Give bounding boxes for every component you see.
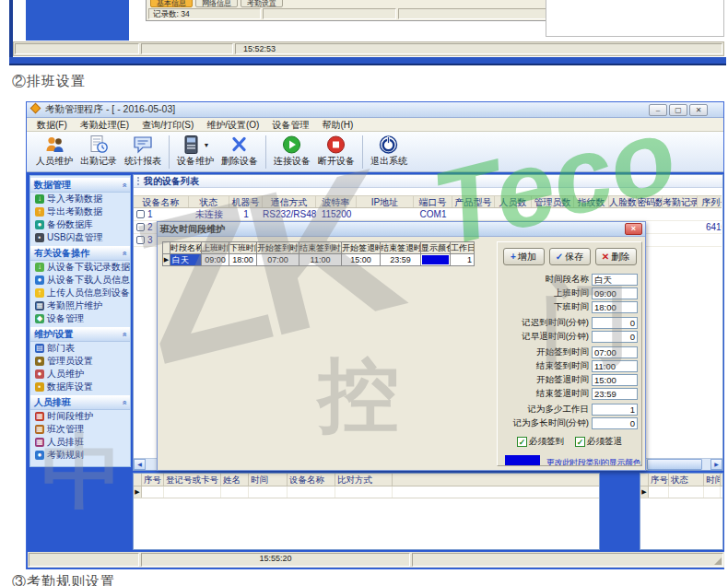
field-input[interactable]: 1 xyxy=(592,404,638,416)
device-column-header: IP地址 xyxy=(357,196,414,207)
field-input[interactable]: 白天 xyxy=(592,274,638,286)
cell xyxy=(249,486,288,498)
device-cell: 1 xyxy=(134,208,189,220)
cell xyxy=(221,486,249,498)
user-maintain-icon: ● xyxy=(35,369,44,379)
maximize-button[interactable]: ▢ xyxy=(669,104,687,116)
sidebar-section-header[interactable]: 维护/设置» xyxy=(30,327,130,342)
cell xyxy=(704,486,721,498)
remnant-tab[interactable]: 基本信息 xyxy=(150,0,193,7)
menu-item[interactable]: 查询/打印(S) xyxy=(135,118,200,131)
form-row: 记为多少工作日1 xyxy=(501,404,638,416)
field-input[interactable]: 09:00 xyxy=(592,287,638,299)
change-color-link[interactable]: 更改此时段类别的显示颜色 xyxy=(546,457,640,466)
device-cell xyxy=(532,208,574,220)
field-label: 时间段名称 xyxy=(546,274,590,286)
page: 基本信息网络信息考勤设置 记录数: 34 15:52:53 ②排班设置 考勤管理… xyxy=(0,0,728,586)
save-button[interactable]: ✓保存 xyxy=(549,248,591,265)
usb-disk-icon: ▪ xyxy=(35,233,44,242)
exit-system-button[interactable]: 退出系统 xyxy=(367,134,411,169)
field-input[interactable]: 11:00 xyxy=(592,360,638,372)
remnant-tab[interactable]: 网络信息 xyxy=(195,0,238,7)
checkbox[interactable]: ✓必须签到 xyxy=(517,436,564,448)
sidebar-item[interactable]: ↓从设备下载记录数据 xyxy=(30,261,130,274)
sidebar-item-label: 考勤照片维护 xyxy=(47,300,102,311)
record-count-label: 记录数: 34 xyxy=(148,8,261,19)
menu-item[interactable]: 帮助(H) xyxy=(315,118,359,131)
sidebar-item[interactable]: ↑上传人员信息到设备 xyxy=(30,287,130,299)
delete-device-button[interactable]: 删除设备 xyxy=(217,134,262,169)
checkbox[interactable]: ✓必须签退 xyxy=(575,436,622,448)
delete-button[interactable]: ✕删除 xyxy=(595,248,637,265)
dropdown-arrow-icon[interactable]: ▼ xyxy=(204,142,210,148)
menu-item[interactable]: 设备管理 xyxy=(265,118,315,131)
sidebar-item[interactable]: ▦考勤照片维护 xyxy=(30,299,130,312)
download-users-icon: ● xyxy=(35,275,44,285)
period-row[interactable]: ▶白天09:0018:0007:0011:0015:0023:591 xyxy=(163,254,475,266)
sidebar-item[interactable]: ▦时间段维护 xyxy=(30,410,130,423)
minimize-button[interactable]: – xyxy=(649,104,667,116)
people-button[interactable]: 人员维护 xyxy=(32,134,76,169)
report-button[interactable]: 统计报表 xyxy=(121,134,165,169)
device-cell xyxy=(663,208,698,220)
dialog-close-icon[interactable]: × xyxy=(625,223,642,235)
menu-item[interactable]: 维护/设置(O) xyxy=(200,118,265,131)
device-column-header: 波特率 xyxy=(316,196,357,207)
sidebar-section-header[interactable]: 有关设备操作» xyxy=(30,246,130,261)
close-button[interactable]: ✕ xyxy=(689,104,708,116)
clock: 15:55:20 xyxy=(141,553,410,567)
field-input[interactable]: 0 xyxy=(592,417,638,429)
device-maintain-button[interactable]: ▼设备维护 xyxy=(173,134,217,169)
resize-grip[interactable] xyxy=(714,557,722,565)
scrollbar-thumb[interactable] xyxy=(647,459,702,470)
sidebar-item-label: 从设备下载记录数据 xyxy=(47,262,130,273)
scroll-left-icon[interactable]: ◀ xyxy=(134,459,146,470)
sidebar-section: 有关设备操作»↓从设备下载记录数据●从设备下载人员信息↑上传人员信息到设备▦考勤… xyxy=(30,246,130,325)
field-input[interactable]: 0 xyxy=(592,317,638,329)
attendance-record-button[interactable]: 出勤记录 xyxy=(76,134,121,169)
device-cell xyxy=(698,208,722,220)
sidebar-item[interactable]: ▤部门表 xyxy=(30,342,130,355)
sidebar-item[interactable]: ◆设备管理 xyxy=(30,312,130,325)
sidebar-item-label: 上传人员信息到设备 xyxy=(47,287,130,299)
sidebar-item[interactable]: ●备份数据库 xyxy=(30,218,130,231)
field-input[interactable]: 07:00 xyxy=(592,346,638,358)
device-cell: 1 xyxy=(229,208,263,220)
remnant-blue-panel xyxy=(26,0,129,41)
sidebar-item[interactable]: ↓导入考勤数据 xyxy=(30,193,130,205)
sidebar-item[interactable]: ▪USB闪盘管理 xyxy=(30,231,130,244)
sidebar-item[interactable]: ▦班次管理 xyxy=(30,423,130,436)
sidebar-item[interactable]: ▦人员排班 xyxy=(30,436,130,449)
scroll-right-icon[interactable]: ▶ xyxy=(710,459,722,470)
dialog-titlebar[interactable]: 班次时间段维护 × xyxy=(158,222,645,237)
sidebar-section-header[interactable]: 数据管理» xyxy=(30,178,130,193)
add-button[interactable]: +增加 xyxy=(503,248,545,265)
remnant-tab[interactable]: 考勤设置 xyxy=(241,0,283,7)
grip-icon xyxy=(137,177,140,185)
sidebar-item[interactable]: ●从设备下载人员信息 xyxy=(30,274,130,287)
sidebar-item[interactable]: ●人员维护 xyxy=(30,368,130,381)
disconnect-device-button[interactable]: 断开设备 xyxy=(314,134,358,169)
verify-table-row[interactable]: ▶ xyxy=(134,486,599,498)
menu-item[interactable]: 数据(F) xyxy=(30,118,74,131)
connect-device-button[interactable]: 连接设备 xyxy=(270,134,314,169)
sidebar-section-header[interactable]: 人员排班» xyxy=(30,395,130,410)
device-cell xyxy=(357,208,414,220)
device-row[interactable]: 1未连接1RS232/RS485115200COM1 xyxy=(134,208,722,221)
field-input[interactable]: 23:59 xyxy=(592,388,638,400)
sidebar-item[interactable]: ↑导出考勤数据 xyxy=(30,205,130,218)
field-input[interactable]: 18:00 xyxy=(592,301,638,313)
period-cell: 09:00 xyxy=(202,254,229,266)
sidebar-item[interactable]: ▪数据库设置 xyxy=(30,381,130,393)
color-swatch[interactable] xyxy=(505,455,540,466)
device-column-header: 序列号 xyxy=(698,196,722,207)
menu-item[interactable]: 考勤处理(E) xyxy=(74,118,135,131)
window-titlebar[interactable]: 考勤管理程序 - [ - 2016-05-03] –▢✕ xyxy=(27,102,723,118)
device-cell xyxy=(574,208,609,220)
sidebar-item-label: 班次管理 xyxy=(47,424,84,435)
field-input[interactable]: 15:00 xyxy=(592,374,638,386)
sidebar-item[interactable]: ●管理员设置 xyxy=(30,355,130,368)
sidebar-item[interactable]: ●考勤规则 xyxy=(30,449,130,462)
status-table-row[interactable]: ▶ xyxy=(640,486,722,498)
field-input[interactable]: 0 xyxy=(592,331,638,343)
